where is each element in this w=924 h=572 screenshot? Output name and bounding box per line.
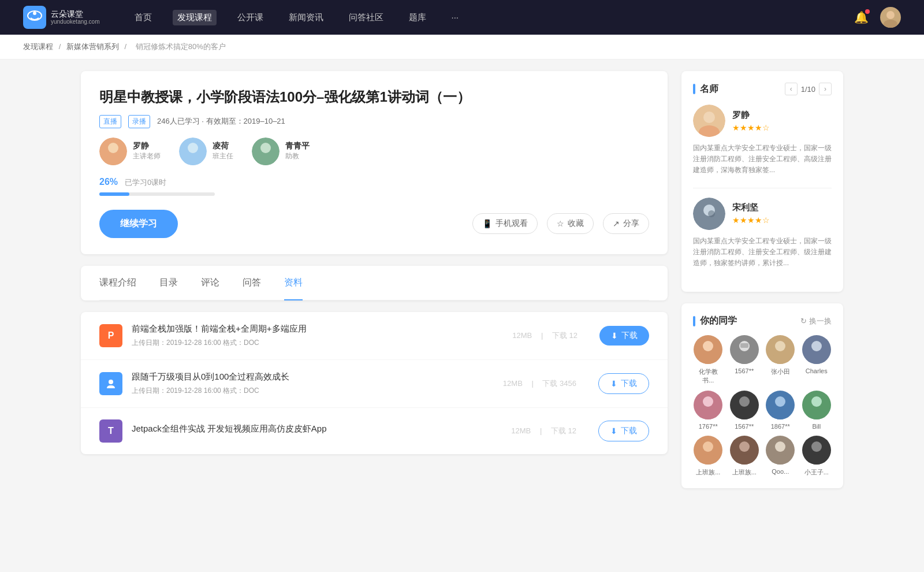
material-info-0: 前端全栈加强版！前端全栈+全周期+多端应用 上传日期：2019-12-28 16… (132, 324, 490, 348)
classmate-name-4: 1767** (699, 423, 718, 430)
continue-learning-button[interactable]: 继续学习 (99, 210, 178, 238)
svg-point-7 (184, 155, 202, 165)
instructor-1: 凌荷 班主任 (179, 138, 233, 165)
share-button[interactable]: ↗ 分享 (603, 213, 649, 234)
material-title-0: 前端全栈加强版！前端全栈+全周期+多端应用 (132, 324, 490, 335)
svg-point-37 (775, 441, 785, 452)
breadcrumb: 发现课程 / 新媒体营销系列 / 销冠修炼术搞定80%的客户 (0, 35, 924, 60)
collect-button[interactable]: ☆ 收藏 (547, 213, 594, 234)
breadcrumb-discover[interactable]: 发现课程 (23, 42, 53, 51)
instructors: 罗静 主讲老师 凌荷 班主任 (99, 138, 649, 165)
download-button-1[interactable]: ⬇ 下载 (598, 373, 649, 394)
teacher-avatar-1 (693, 198, 725, 230)
material-icon-0: P (99, 324, 122, 347)
nav-discover[interactable]: 发现课程 (173, 10, 217, 25)
instructor-name-2: 青青平 (285, 141, 310, 151)
svg-rect-20 (740, 343, 748, 348)
course-card: 明星中教授课，小学阶段语法100分–强化级第1讲动词（一） 直播 录播 246人… (81, 71, 668, 254)
collect-label: 收藏 (568, 218, 584, 229)
teachers-title: 名师 (693, 83, 718, 95)
phone-label: 手机观看 (495, 218, 528, 229)
classmate-name-9: 上班族... (732, 468, 757, 477)
logo[interactable]: 云朵课堂 yunduoketang.com (23, 6, 100, 29)
logo-icon (23, 6, 46, 29)
classmate-avatar-4 (694, 391, 722, 419)
instructor-avatar-0 (99, 138, 127, 165)
svg-point-17 (699, 354, 717, 364)
classmate-name-7: Bill (812, 423, 821, 430)
svg-point-11 (703, 112, 715, 123)
teacher-desc-1: 国内某重点大学安全工程专业硕士，国家一级注册消防工程师、注册安全工程师、级注册建… (693, 236, 832, 269)
classmates-header: 你的同学 ↻ 换一换 (693, 315, 832, 327)
svg-point-26 (699, 409, 717, 419)
material-item-1: 跟随千万级项目从0到100全过程高效成长 上传日期：2019-12-28 16:… (81, 360, 668, 408)
breadcrumb-series[interactable]: 新媒体营销系列 (66, 42, 119, 51)
svg-point-9 (256, 155, 275, 165)
refresh-icon: ↻ (800, 317, 807, 325)
tab-catalog[interactable]: 目录 (159, 266, 178, 300)
material-stats-1: 12MB | 下载 3456 (500, 378, 580, 389)
download-button-0[interactable]: ⬇ 下载 (599, 326, 649, 346)
classmate-3: Charles (802, 335, 832, 385)
classmate-name-3: Charles (806, 367, 828, 374)
classmate-avatar-7 (802, 391, 831, 419)
prev-page-button[interactable]: ‹ (785, 83, 798, 95)
svg-point-6 (188, 143, 198, 153)
teacher-0: 罗静 ★★★★☆ 国内某重点大学安全工程专业硕士，国家一级注册消防工程师、注册安… (693, 105, 832, 176)
material-stats-2: 12MB | 下载 12 (508, 426, 580, 436)
svg-point-12 (699, 125, 720, 137)
svg-point-1 (33, 12, 36, 15)
nav-quiz[interactable]: 题库 (404, 10, 431, 25)
classmate-7: Bill (802, 391, 832, 430)
svg-point-36 (735, 454, 754, 465)
teachers-header: 名师 ‹ 1/10 › (693, 83, 832, 95)
classmate-name-8: 上班族... (696, 468, 720, 477)
classmate-avatar-3 (802, 335, 831, 364)
nav-open[interactable]: 公开课 (233, 10, 268, 25)
nav-more[interactable]: ··· (447, 10, 464, 25)
svg-point-19 (735, 354, 754, 364)
classmate-10: Qoo... (765, 436, 796, 477)
classmates-title: 你的同学 (693, 315, 737, 327)
phone-watch-button[interactable]: 📱 手机观看 (472, 213, 538, 234)
svg-point-14 (699, 218, 720, 230)
nav-news[interactable]: 新闻资讯 (284, 10, 328, 25)
refresh-label: 换一换 (809, 316, 832, 326)
classmate-name-0: 化学教书... (693, 367, 724, 385)
tab-review[interactable]: 评论 (201, 266, 219, 300)
phone-icon: 📱 (482, 219, 492, 228)
page-nav: ‹ 1/10 › (785, 83, 832, 95)
svg-point-27 (739, 396, 750, 407)
svg-point-38 (771, 454, 789, 465)
tab-intro[interactable]: 课程介绍 (99, 266, 136, 300)
nav-home[interactable]: 首页 (130, 10, 157, 25)
materials-card: P 前端全栈加强版！前端全栈+全周期+多端应用 上传日期：2019-12-28 … (81, 312, 668, 454)
tab-materials[interactable]: 资料 (284, 266, 303, 300)
refresh-button[interactable]: ↻ 换一换 (800, 316, 832, 326)
action-buttons: 📱 手机观看 ☆ 收藏 ↗ 分享 (472, 213, 649, 234)
classmate-name-10: Qoo... (772, 468, 789, 475)
svg-point-23 (811, 341, 822, 351)
instructor-0: 罗静 主讲老师 (99, 138, 161, 165)
download-button-2[interactable]: ⬇ 下载 (598, 421, 649, 441)
classmate-name-1: 1567** (735, 367, 754, 374)
tab-qa[interactable]: 问答 (243, 266, 261, 300)
next-page-button[interactable]: › (819, 83, 832, 95)
classmate-avatar-8 (694, 436, 722, 465)
classmates-grid: 化学教书... 1567** 张小田 (693, 335, 832, 477)
classmate-8: 上班族... (693, 436, 724, 477)
svg-point-24 (807, 354, 826, 364)
user-avatar[interactable] (880, 7, 901, 28)
tag-record: 录播 (128, 115, 150, 128)
classmate-4: 1767** (693, 391, 724, 430)
teacher-stars-0: ★★★★☆ (732, 123, 770, 132)
nav-right: 🔔 (854, 7, 901, 28)
share-icon: ↗ (613, 219, 620, 228)
svg-point-29 (775, 396, 785, 407)
logo-text: 云朵课堂 yunduoketang.com (51, 9, 100, 26)
classmate-avatar-10 (766, 436, 795, 465)
material-title-2: Jetpack全组件实战 开发短视频应用高仿皮皮虾App (132, 424, 489, 434)
breadcrumb-current: 销冠修炼术搞定80%的客户 (136, 42, 226, 51)
bell-icon[interactable]: 🔔 (854, 10, 869, 24)
nav-qa[interactable]: 问答社区 (344, 10, 388, 25)
